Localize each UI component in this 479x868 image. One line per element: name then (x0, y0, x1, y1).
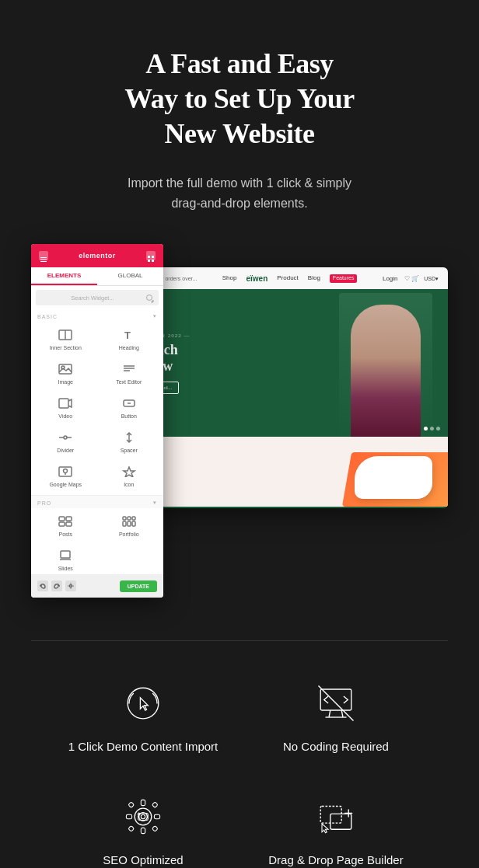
svg-rect-15 (59, 399, 68, 408)
svg-point-22 (64, 469, 68, 473)
website-nav: Free shipping for orders over... Shop eï… (114, 267, 448, 289)
svg-rect-46 (141, 828, 145, 833)
svg-point-55 (141, 814, 145, 818)
icon-widget-icon (101, 466, 158, 479)
seo-icon (120, 793, 166, 840)
basic-label: BASIC (37, 314, 58, 319)
svg-rect-45 (141, 800, 145, 805)
nav-currency: USD▾ (424, 276, 439, 281)
no-coding-icon (313, 680, 359, 727)
product-strip (114, 437, 448, 507)
svg-rect-33 (128, 521, 131, 526)
nav-links: Shop eïwen Product Blog Features (222, 274, 358, 283)
svg-rect-28 (66, 522, 72, 526)
tab-global[interactable]: GLOBAL (97, 267, 163, 285)
search-icon (146, 295, 152, 301)
pro-arrow: ▾ (153, 500, 157, 506)
redo-btn[interactable] (51, 580, 62, 591)
undo-btn[interactable] (37, 580, 48, 591)
basic-widgets-grid: Inner Section T Heading Image (31, 322, 163, 495)
widget-video[interactable]: Video (34, 392, 97, 425)
svg-rect-52 (152, 825, 158, 831)
dot-2 (430, 427, 434, 431)
elementor-tabs: ELEMENTS GLOBAL (31, 267, 163, 286)
nav-blog: Blog (308, 274, 320, 283)
heading-icon: T (101, 329, 158, 343)
widget-posts[interactable]: Posts (34, 510, 97, 543)
feature-no-coding-label: No Coding Required (283, 739, 389, 755)
model-figure (351, 305, 421, 437)
svg-point-19 (64, 436, 67, 439)
widget-slides[interactable]: Slides (34, 544, 97, 577)
svg-rect-25 (59, 517, 65, 521)
widget-label: Icon (101, 482, 158, 487)
nav-right: Login ♡ 🛒 USD▾ (383, 275, 439, 282)
widget-portfolio[interactable]: Portfolio (98, 510, 161, 543)
tab-elements[interactable]: ELEMENTS (31, 267, 97, 285)
features-section: 1 Click Demo Content Import No Codin (0, 641, 479, 868)
svg-rect-2 (40, 261, 47, 262)
basic-arrow: ▾ (153, 313, 157, 319)
feature-seo-label: SEO Optimized (103, 852, 183, 868)
svg-rect-0 (40, 257, 47, 258)
nav-brand: eïwen (246, 274, 267, 283)
widget-spacer[interactable]: Spacer (98, 426, 161, 459)
menu-icon (39, 251, 48, 260)
svg-rect-35 (61, 551, 70, 558)
elementor-panel: elementor ELEMENTS GLOBAL Search Widget.… (31, 244, 163, 598)
widget-icon[interactable]: Icon (98, 460, 161, 493)
svg-rect-1 (40, 260, 47, 260)
svg-rect-51 (128, 825, 135, 831)
widget-label: Posts (37, 532, 94, 537)
svg-point-38 (128, 688, 159, 719)
svg-rect-47 (126, 814, 131, 818)
dot-3 (436, 427, 440, 431)
svg-line-41 (341, 710, 343, 717)
image-icon (37, 364, 94, 377)
drag-drop-icon (313, 793, 359, 840)
search-placeholder: Search Widget... (42, 295, 143, 302)
video-icon (37, 398, 94, 411)
svg-rect-30 (128, 517, 131, 520)
widget-label: Portfolio (101, 532, 158, 537)
pro-label: PRO (37, 500, 51, 506)
widget-inner-section[interactable]: Inner Section (34, 323, 97, 357)
nav-login: Login (383, 275, 398, 282)
widget-divider[interactable]: Divider (34, 426, 97, 459)
svg-rect-5 (148, 260, 150, 262)
widget-text-editor[interactable]: Text Editor (98, 357, 161, 391)
widget-google-maps[interactable]: Google Maps (34, 460, 97, 493)
widget-search[interactable]: Search Widget... (36, 290, 159, 305)
feature-seo: SEO Optimized (47, 793, 240, 868)
svg-rect-50 (152, 802, 158, 808)
svg-rect-31 (132, 517, 135, 520)
posts-icon (37, 516, 94, 529)
nav-features: Features (330, 274, 358, 283)
update-button[interactable]: UPDATE (120, 580, 157, 592)
slides-icon (37, 550, 94, 563)
text-editor-icon (101, 364, 158, 377)
svg-rect-34 (132, 521, 135, 526)
feature-drag-drop-label: Drag & Drop Page Builder (268, 852, 403, 868)
svg-point-37 (70, 585, 72, 587)
widget-heading[interactable]: T Heading (98, 323, 161, 357)
carousel-dots (424, 427, 440, 431)
spacer-icon (101, 432, 158, 445)
svg-rect-3 (148, 256, 150, 258)
shoe-white (355, 456, 432, 499)
page-subtext: Import the full demo with 1 click & simp… (31, 173, 448, 213)
svg-rect-29 (123, 517, 126, 520)
widget-image[interactable]: Image (34, 357, 97, 391)
widget-label: Google Maps (37, 482, 94, 487)
svg-rect-48 (154, 814, 159, 818)
elementor-footer: UPDATE (31, 574, 163, 598)
widget-label: Spacer (101, 448, 158, 453)
settings-btn[interactable] (65, 580, 76, 591)
widget-label: Video (37, 413, 94, 419)
hero-section: A Fast and EasyWay to Set Up YourNew Web… (0, 0, 479, 640)
feature-no-coding: No Coding Required (240, 680, 432, 755)
widget-label: Image (37, 379, 94, 385)
widget-button[interactable]: Button (98, 392, 161, 425)
elementor-header: elementor (31, 244, 163, 267)
hero-model (339, 293, 432, 437)
